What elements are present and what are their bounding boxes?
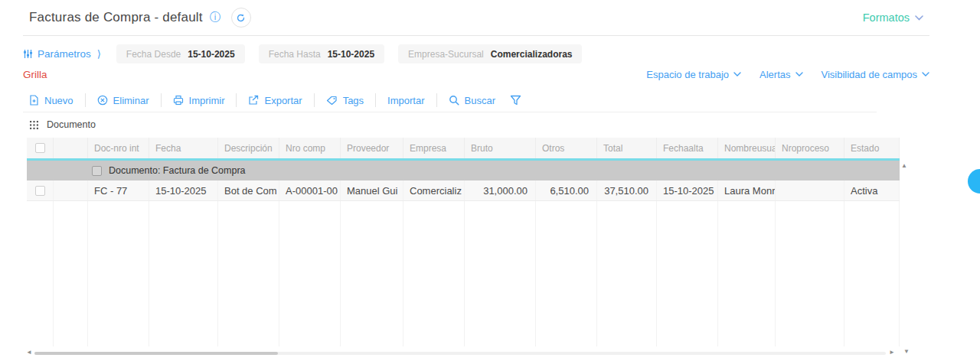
group-row-label: Documento: Factura de Compra [109,165,246,176]
visibilidad-de-campos-dropdown[interactable]: Visibilidad de campos [822,69,930,80]
button-label: Nuevo [44,95,74,106]
group-bar-label: Documento [47,119,96,130]
row-select-cell [27,180,54,200]
empty-col [536,201,597,346]
export-icon [248,95,259,106]
horizontal-scrollbar-thumb[interactable] [34,352,278,355]
empty-col [218,201,279,346]
group-row-checkbox[interactable] [92,166,102,176]
link-label: Visibilidad de campos [822,69,918,80]
column-header-fechaalta[interactable]: Fechaalta [657,138,718,158]
scroll-left-arrow[interactable]: ◄ [26,350,32,356]
delete-icon [97,95,108,106]
column-header-otros[interactable]: Otros [536,138,597,158]
header-divider [23,35,929,36]
param-value: 15-10-2025 [328,49,374,60]
empty-col [597,201,657,346]
button-label: Tags [343,95,364,106]
tag-icon [326,96,338,106]
cell-nro-comp: A-00001-00 [279,180,341,200]
param-label: Fecha Hasta [269,49,321,60]
group-by-documento-chip[interactable]: Documento [30,119,96,130]
empty-col [657,201,718,346]
param-chip-fecha-hasta[interactable]: Fecha Hasta 15-10-2025 [259,44,384,63]
print-icon [173,95,184,106]
empty-col [718,201,776,346]
parameters-bar: Parámetros ⟩ Fecha Desde 15-10-2025 Fech… [23,44,929,64]
column-header-nroproceso[interactable]: Nroproceso [776,138,844,158]
param-chip-fecha-desde[interactable]: Fecha Desde 15-10-2025 [116,44,245,63]
empty-col [149,201,218,346]
floating-action-button[interactable] [968,169,980,194]
empty-col [27,201,54,346]
imprimir-button[interactable]: Imprimir [161,93,237,107]
grid-header-row: Doc-nro int Fecha Descripción Nro comp P… [27,138,900,158]
refresh-button[interactable] [231,8,251,28]
group-row-factura-de-compra[interactable]: Documento: Factura de Compra [27,161,900,180]
row-checkbox[interactable] [35,186,45,196]
column-header-proveedor[interactable]: Proveedor [341,138,403,158]
scroll-right-arrow[interactable]: ► [889,350,895,356]
search-icon [449,95,459,106]
param-label: Empresa-Sucursal [408,49,484,60]
select-all-checkbox[interactable] [35,143,45,153]
empty-col [88,201,149,346]
formats-dropdown[interactable]: Formatos [863,11,923,24]
parameters-label: Parámetros [38,48,91,60]
facturas-compra-page: Facturas de Compra - default ⓘ Formatos [0,0,980,361]
param-value: 15-10-2025 [188,49,234,60]
info-icon[interactable]: ⓘ [210,11,220,24]
buscar-button[interactable]: Buscar [436,93,507,107]
column-header-total[interactable]: Total [597,138,657,158]
page-title: Facturas de Compra - default [29,10,203,25]
invoice-row[interactable]: FC - 77 15-10-2025 Bot de Com A-00001-00… [27,180,900,201]
filter-button[interactable] [510,95,521,106]
param-chip-empresa-sucursal[interactable]: Empresa-Sucursal Comercializadoras [398,44,582,63]
exportar-button[interactable]: Exportar [236,93,313,107]
column-header-descripcion[interactable]: Descripción [218,138,279,158]
refresh-icon [236,13,246,23]
nuevo-button[interactable]: Nuevo [23,93,85,107]
grid-empty-area [27,201,900,346]
link-label: Alertas [760,69,790,80]
scroll-up-arrow[interactable]: ▲ [901,163,907,169]
header-spacer-cell [54,138,88,158]
empty-col [844,201,900,346]
button-label: Importar [387,95,424,106]
importar-button[interactable]: Importar [375,93,436,107]
button-label: Exportar [264,95,302,106]
cell-otros: 6,510.00 [536,180,597,200]
parameters-expand-arrow: ⟩ [97,48,101,60]
sliders-icon [23,49,33,59]
eliminar-button[interactable]: Eliminar [85,93,161,107]
parameters-toggle[interactable]: Parámetros ⟩ [23,48,101,60]
cell-descripcion: Bot de Com [218,180,279,200]
column-header-estado[interactable]: Estado [844,138,900,158]
page-header: Facturas de Compra - default ⓘ Formatos [0,0,980,35]
column-header-empresa[interactable]: Empresa [403,138,465,158]
chevron-down-icon [915,15,923,21]
alertas-dropdown[interactable]: Alertas [760,69,802,80]
cell-empresa: Comercializ [403,180,465,200]
column-header-fecha[interactable]: Fecha [149,138,218,158]
invoices-grid: Doc-nro int Fecha Descripción Nro comp P… [27,138,900,346]
grilla-label: Grilla [23,69,47,80]
empty-col [341,201,403,346]
scroll-down-arrow[interactable]: ▼ [903,349,910,355]
filter-icon [510,95,521,106]
tags-button[interactable]: Tags [314,93,375,107]
empty-col [776,201,844,346]
cell-proveedor: Manuel Gui [341,180,403,200]
column-header-nombreusuar[interactable]: Nombreusuar [718,138,776,158]
cell-doc-nro-int: FC - 77 [88,180,149,200]
button-label: Eliminar [113,95,149,106]
cell-bruto: 31,000.00 [465,180,536,200]
chevron-down-icon [922,72,929,76]
empty-col [54,201,88,346]
espacio-de-trabajo-dropdown[interactable]: Espacio de trabajo [646,69,741,80]
row-spacer-cell [54,180,88,200]
column-header-doc-nro-int[interactable]: Doc-nro int [88,138,149,158]
empty-col [465,201,536,346]
column-header-bruto[interactable]: Bruto [465,138,536,158]
column-header-nro-comp[interactable]: Nro comp [279,138,341,158]
